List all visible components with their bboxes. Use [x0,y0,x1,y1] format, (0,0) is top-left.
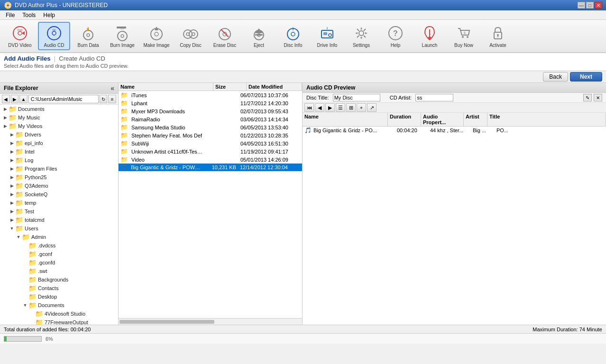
burn-image-button[interactable]: ISO Burn Image [106,22,138,50]
artist-input[interactable] [415,94,453,101]
refresh-button[interactable]: ↻ [100,95,108,103]
cdp-name-col[interactable]: Name [303,113,388,126]
menu-tools[interactable]: Tools [18,11,39,19]
tree-item-desktop[interactable]: 📁Desktop [0,292,118,301]
col-modified-header[interactable]: Date Modified [247,83,302,91]
nav-up-button[interactable]: ▲ [19,95,28,103]
tree-item-test[interactable]: ▶📁Test [0,207,118,216]
tree-item-contacts[interactable]: 📁Contacts [0,284,118,292]
tree-item-users[interactable]: ▼📁Users [0,224,118,233]
expander-icon[interactable]: ▼ [22,303,28,308]
tree-item-program-files[interactable]: ▶📁Program Files [0,164,118,173]
expander-icon[interactable]: ▼ [15,235,22,239]
expander-icon[interactable]: ▶ [9,175,15,180]
expander-icon[interactable]: ▶ [2,115,9,120]
add-button[interactable]: + [357,103,366,112]
expander-icon[interactable]: ▶ [9,200,15,205]
go-prev-button[interactable]: ◀ [315,103,324,112]
cdp-title-col[interactable]: Title [487,113,606,126]
edit-button[interactable]: ✎ [583,94,592,101]
copy-disc-button[interactable]: Copy Disc [174,22,207,50]
expander-icon[interactable]: ▶ [9,132,15,137]
tree-item-temp[interactable]: ▶📁temp [0,199,118,207]
cd-track-row[interactable]: 🎵Big Gigantic & Gridz - PO...00:04:2044 … [303,127,606,134]
dvd-video-button[interactable]: DVD DVD Video [4,22,36,50]
back-button[interactable]: Back [543,72,568,82]
view-grid-button[interactable]: ⊞ [346,103,356,112]
expander-icon[interactable]: ▶ [9,183,15,188]
tree-item-my-music[interactable]: ▶📁My Music [0,113,118,122]
tree-item-dvdcss[interactable]: 📁.dvdcss [0,241,118,250]
expander-icon[interactable]: ▼ [9,226,15,231]
tree-item-my-videos[interactable]: ▶📁My Videos [0,122,118,130]
expander-icon[interactable]: ▶ [2,107,9,111]
expander-icon[interactable]: ▶ [9,166,15,171]
expander-icon[interactable]: ▶ [9,158,15,163]
file-row[interactable]: 📁Stephen Marley Feat. Mos Def01/22/2013 … [119,131,302,139]
file-row[interactable]: 📁iTunes06/07/2013 10:37:06 [119,91,302,99]
drive-info-button[interactable]: i Drive Info [311,22,343,50]
minimize-button[interactable]: — [578,2,585,9]
expander-icon[interactable]: ▶ [9,218,15,222]
cdp-duration-col[interactable]: Duration [388,113,421,126]
buy-now-button[interactable]: $ Buy Now [448,22,480,50]
file-row[interactable]: 📁SubWiji04/05/2013 16:51:30 [119,139,302,147]
path-input[interactable] [28,95,99,103]
audio-cd-button[interactable]: CD ♪ Audio CD [38,22,70,50]
tree-item-totalcmd[interactable]: ▶📁totalcmd [0,216,118,224]
expander-icon[interactable]: ▶ [2,124,9,128]
horizontal-scrollbar[interactable] [119,318,302,325]
file-row[interactable]: 🎵Big Gigantic & Gridz - POWER.mp310,231 … [119,164,302,171]
nav-back-button[interactable]: ◀ [2,95,10,103]
tree-item-drivers[interactable]: ▶📁Drivers [0,130,118,139]
tree-item-documents2[interactable]: ▼📁Documents [0,301,118,309]
tree-item-4videosoft[interactable]: 📁4Videosoft Studio [0,309,118,318]
go-start-button[interactable]: ⏮ [304,103,314,112]
next-button[interactable]: Next [570,72,602,82]
view-menu-button[interactable]: ≡ [108,95,116,103]
maximize-button[interactable]: □ [586,2,594,9]
tree-item-77freeware[interactable]: 📁77FreewareOutput [0,318,118,325]
eject-button[interactable]: Eject [243,22,275,50]
file-row[interactable]: 📁Video05/01/2013 14:26:09 [119,155,302,164]
file-row[interactable]: 📁Unknown Artist c411cf0f-Test Albu...11/… [119,147,302,155]
cdp-audioprops-col[interactable]: Audio Propert... [421,113,464,126]
tree-item-backgrounds[interactable]: 📁Backgrounds [0,275,118,284]
tree-item-documents[interactable]: ▶📁Documents [0,105,118,113]
settings-button[interactable]: Settings [345,22,377,50]
menu-file[interactable]: File [2,11,18,19]
col-name-header[interactable]: Name [119,83,213,91]
file-row[interactable]: 📁Samsung Media Studio06/05/2013 13:53:40 [119,123,302,131]
help-button[interactable]: ? Help [379,22,412,50]
go-next-button[interactable]: ▶ [325,103,335,112]
make-image-button[interactable]: Make Image [140,22,173,50]
expander-icon[interactable]: ▶ [9,141,15,146]
tree-item-gconf[interactable]: 📁.gconf [0,250,118,258]
tree-item-q3ademo[interactable]: ▶📁Q3Ademo [0,182,118,190]
cdp-artist-col[interactable]: Artist [464,113,487,126]
tree-item-admin[interactable]: ▼📁Admin [0,233,118,241]
file-row[interactable]: 📁Myxer MP3 Downloads02/07/2013 09:55:43 [119,107,302,115]
tree-item-log[interactable]: ▶📁Log [0,156,118,164]
tree-item-intel[interactable]: ▶📁Intel [0,147,118,156]
expander-icon[interactable]: ▶ [9,192,15,197]
burn-data-button[interactable]: Burn Data [72,22,104,50]
tree-item-gconfd[interactable]: 📁.gconfd [0,258,118,267]
file-row[interactable]: 📁Lphant11/27/2012 14:20:30 [119,99,302,107]
launch-button[interactable]: Launch [413,22,446,50]
close-button[interactable]: ✕ [595,2,602,9]
view-list-button[interactable]: ☰ [336,103,345,112]
export-button[interactable]: ↗ [367,103,376,112]
menu-help[interactable]: Help [39,11,59,19]
nav-forward-button[interactable]: ▶ [11,95,19,103]
erase-disc-button[interactable]: Erase Disc [209,22,241,50]
tree-item-python25[interactable]: ▶📁Python25 [0,173,118,182]
expander-icon[interactable]: ▶ [9,209,15,214]
tree-item-swt[interactable]: 📁.swt [0,267,118,275]
expander-icon[interactable]: ▶ [9,149,15,154]
disc-title-input[interactable] [333,94,380,101]
tree-item-socketeq[interactable]: ▶📁SocketeQ [0,190,118,199]
tree-item-epi_info[interactable]: ▶📁epi_info [0,139,118,147]
disc-info-button[interactable]: i Disc Info [277,22,309,50]
collapse-icon[interactable]: « [110,84,114,92]
